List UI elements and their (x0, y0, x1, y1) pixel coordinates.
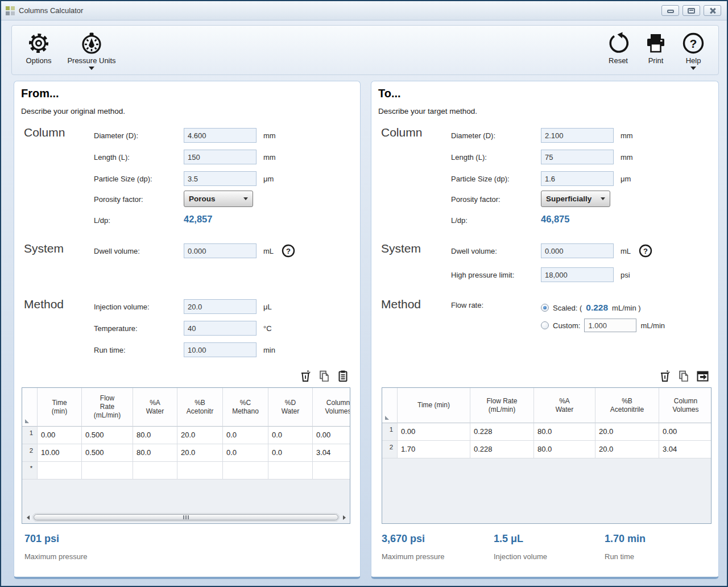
dwell-help-icon[interactable]: ? (639, 244, 652, 260)
column-header[interactable]: Column Volumes (659, 388, 712, 423)
table-cell[interactable]: 0.228 (470, 441, 533, 458)
scroll-left-button[interactable] (23, 513, 32, 522)
porosity-select[interactable]: Porous (184, 191, 253, 207)
ldp-label: L/dp: (451, 216, 468, 225)
column-header[interactable]: %C Methano (222, 388, 268, 427)
pressure-units-button[interactable]: Pressure Units (65, 30, 118, 70)
options-button[interactable]: Options (21, 30, 56, 65)
minimize-button[interactable] (661, 5, 679, 16)
table-cell[interactable]: 0.0 (222, 444, 268, 462)
runtime-input[interactable] (184, 342, 257, 357)
row-selector-header[interactable] (22, 388, 37, 427)
table-cell[interactable] (222, 462, 268, 479)
column-header[interactable]: Flow Rate (mL/min) (81, 388, 133, 427)
temperature-label: Temperature: (94, 324, 138, 333)
column-header[interactable]: %A Water (133, 388, 177, 427)
table-cell[interactable]: 0.228 (470, 423, 533, 441)
column-header[interactable]: Time (min) (37, 388, 81, 427)
injection-row: Injection volume: μL (14, 299, 360, 314)
table-cell[interactable]: 3.04 (312, 444, 350, 462)
length-input[interactable] (541, 150, 614, 164)
column-header[interactable]: %A Water (533, 388, 595, 423)
maximize-button[interactable] (682, 5, 700, 16)
column-header[interactable]: Time (min) (397, 388, 470, 423)
table-cell[interactable] (37, 462, 81, 479)
dwell-help-icon[interactable]: ? (282, 244, 295, 260)
table-cell[interactable]: 20.0 (595, 441, 659, 458)
table-empty-area (22, 479, 350, 512)
table-cell[interactable]: 0.0 (268, 427, 312, 444)
radio-unselected-icon[interactable] (541, 321, 549, 329)
table-cell[interactable]: 0.500 (81, 444, 133, 462)
help-button[interactable]: ? Help (679, 30, 708, 70)
length-label: Length (L): (451, 153, 487, 162)
row-header[interactable]: 2 (22, 444, 37, 462)
diameter-input[interactable] (184, 128, 257, 143)
print-button[interactable]: Print (641, 30, 671, 65)
table-cell[interactable]: 20.0 (177, 427, 222, 444)
paste-table-button[interactable] (336, 369, 350, 383)
table-cell[interactable]: 0.00 (659, 423, 712, 441)
radio-selected-icon[interactable] (541, 304, 549, 312)
scrollbar-thumb[interactable] (34, 514, 338, 520)
column-header[interactable]: %B Acetonitr (177, 388, 222, 427)
table-cell[interactable] (177, 462, 222, 479)
row-header[interactable]: 2 (382, 441, 397, 458)
column-header[interactable]: Flow Rate (mL/min) (470, 388, 533, 423)
table-cell[interactable]: 80.0 (533, 423, 595, 441)
temperature-input[interactable] (184, 321, 257, 336)
table-cell[interactable]: 80.0 (133, 444, 177, 462)
scrollbar-track[interactable] (32, 513, 340, 522)
injection-input[interactable] (184, 299, 257, 314)
length-input[interactable] (184, 150, 257, 164)
table-cell[interactable]: 0.00 (312, 427, 350, 444)
column-header[interactable]: %B Acetonitrile (595, 388, 659, 423)
copy-table-button[interactable] (317, 369, 331, 383)
row-header[interactable]: * (22, 462, 37, 479)
export-table-button[interactable] (696, 369, 709, 383)
pressure-limit-row: High pressure limit: psi (371, 267, 718, 282)
copy-table-button[interactable] (677, 369, 690, 383)
table-cell[interactable]: 0.500 (81, 427, 133, 444)
close-button[interactable] (704, 5, 721, 16)
table-cell[interactable] (268, 462, 312, 479)
stat-label: Injection volume (494, 552, 547, 561)
table-cell[interactable] (133, 462, 177, 479)
reset-button[interactable]: Reset (603, 30, 633, 65)
custom-flow-option[interactable]: Custom: mL/min (541, 319, 665, 332)
pressure-limit-input[interactable] (541, 267, 614, 282)
porosity-select[interactable]: Superficially (541, 191, 610, 207)
dwell-input[interactable] (184, 243, 257, 258)
window-controls (661, 5, 722, 16)
porosity-label: Porosity factor: (451, 195, 500, 203)
table-cell[interactable]: 0.0 (222, 427, 268, 444)
dwell-label: Dwell volume: (94, 247, 140, 255)
table-cell[interactable]: 20.0 (595, 423, 659, 441)
dwell-input[interactable] (541, 243, 614, 258)
table-cell[interactable]: 80.0 (533, 441, 595, 458)
table-cell[interactable]: 10.00 (37, 444, 81, 462)
diameter-input[interactable] (541, 128, 614, 143)
row-selector-header[interactable] (382, 388, 397, 423)
table-cell[interactable] (81, 462, 133, 479)
clear-table-button[interactable] (658, 369, 672, 383)
table-cell[interactable]: 80.0 (133, 427, 177, 444)
particle-input[interactable] (541, 171, 614, 186)
table-cell[interactable]: 1.70 (397, 441, 470, 458)
column-header[interactable]: %D Water (268, 388, 312, 427)
table-cell[interactable]: 0.00 (37, 427, 81, 444)
table-cell[interactable]: 0.0 (268, 444, 312, 462)
custom-flow-input[interactable] (584, 319, 636, 332)
scaled-flow-option[interactable]: Scaled: ( 0.228 mL/min ) (541, 303, 641, 313)
table-cell[interactable]: 3.04 (659, 441, 712, 458)
table-cell[interactable]: 0.00 (397, 423, 470, 441)
row-header[interactable]: 1 (382, 423, 397, 441)
clear-table-button[interactable] (299, 369, 312, 383)
diameter-unit: mm (621, 131, 633, 140)
particle-input[interactable] (184, 171, 257, 186)
table-cell[interactable] (312, 462, 350, 479)
row-header[interactable]: 1 (22, 427, 37, 444)
column-header[interactable]: Column Volumes (312, 388, 350, 427)
table-cell[interactable]: 20.0 (177, 444, 222, 462)
scroll-right-button[interactable] (340, 513, 349, 522)
